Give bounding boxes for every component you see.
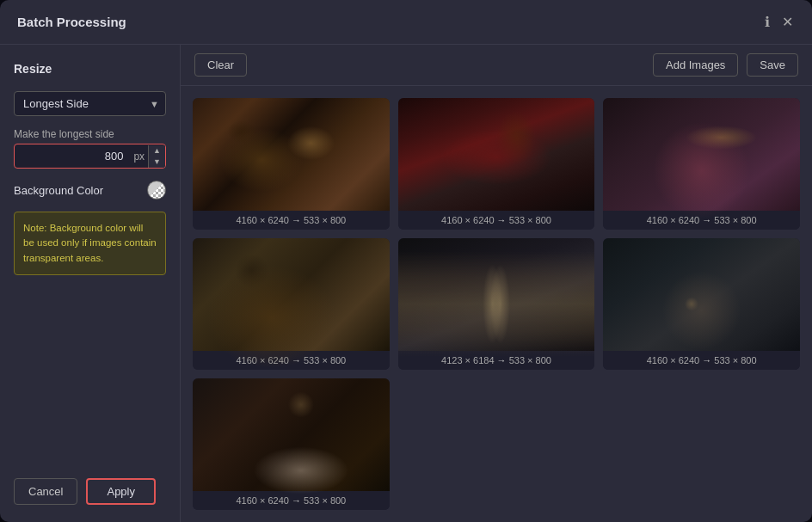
image-cell[interactable]: 4160 × 6240 → 533 × 800 <box>603 98 800 230</box>
bg-color-picker[interactable] <box>147 181 166 200</box>
image-grid: 4160 × 6240 → 533 × 8004160 × 6240 → 533… <box>181 86 812 522</box>
modal-title: Batch Processing <box>17 15 126 29</box>
apply-button[interactable]: Apply <box>86 478 156 505</box>
image-thumbnail <box>603 238 800 351</box>
note-box: Note: Background color will be used only… <box>14 212 166 275</box>
cancel-button[interactable]: Cancel <box>14 478 77 505</box>
save-button[interactable]: Save <box>747 53 798 77</box>
image-cell[interactable]: 4160 × 6240 → 533 × 800 <box>603 238 800 370</box>
clear-button[interactable]: Clear <box>194 53 247 77</box>
info-button[interactable]: ℹ <box>763 12 772 32</box>
add-images-button[interactable]: Add Images <box>653 53 738 77</box>
close-icon: ✕ <box>782 14 793 30</box>
bg-color-label: Background Color <box>14 184 103 197</box>
batch-processing-modal: Batch Processing ℹ ✕ Resize Longest Si <box>0 0 812 522</box>
image-cell[interactable]: 4123 × 6184 → 533 × 800 <box>398 238 595 370</box>
modal-header-icons: ℹ ✕ <box>763 12 795 32</box>
px-spinner: ▲ ▼ <box>148 145 165 168</box>
resize-section: Resize <box>14 62 166 79</box>
main-toolbar: Clear Add Images Save <box>181 45 812 86</box>
px-field-label: Make the longest side <box>14 128 166 140</box>
toolbar-right: Add Images Save <box>653 53 798 77</box>
increment-button[interactable]: ▲ <box>149 145 165 157</box>
decrement-button[interactable]: ▼ <box>149 157 165 168</box>
px-unit-label: px <box>130 150 148 163</box>
image-thumbnail <box>398 98 595 211</box>
bg-color-row: Background Color <box>14 181 166 200</box>
modal-body: Resize Longest Side Width Height Short S… <box>0 45 812 522</box>
px-input-wrapper: px ▲ ▼ <box>14 144 166 169</box>
sidebar: Resize Longest Side Width Height Short S… <box>0 45 181 522</box>
image-cell[interactable]: 4160 × 6240 → 533 × 800 <box>193 378 390 510</box>
close-button[interactable]: ✕ <box>780 12 795 32</box>
image-size-label: 4160 × 6240 → 533 × 800 <box>193 211 390 230</box>
main-content: Clear Add Images Save 4160 × 6240 → 533 … <box>181 45 812 522</box>
resize-mode-wrapper: Longest Side Width Height Short Side ▼ <box>14 91 166 116</box>
resize-mode-select[interactable]: Longest Side Width Height Short Side <box>14 91 166 116</box>
resize-section-title: Resize <box>14 62 166 76</box>
image-thumbnail <box>603 98 800 211</box>
info-icon: ℹ <box>765 14 770 30</box>
modal-overlay: Batch Processing ℹ ✕ Resize Longest Si <box>0 0 812 522</box>
image-thumbnail <box>398 238 595 351</box>
image-cell[interactable]: 4160 × 6240 → 533 × 800 <box>398 98 595 230</box>
image-cell[interactable]: 4160 × 6240 → 533 × 800 <box>193 98 390 230</box>
image-thumbnail <box>193 378 390 491</box>
note-text: Note: Background color will be used only… <box>23 223 157 263</box>
image-cell[interactable]: 4160 × 6240 → 533 × 800 <box>193 238 390 370</box>
image-thumbnail <box>193 98 390 211</box>
px-input[interactable] <box>15 144 130 168</box>
modal-header: Batch Processing ℹ ✕ <box>0 0 812 45</box>
image-thumbnail <box>193 238 390 351</box>
sidebar-actions: Cancel Apply <box>14 478 166 505</box>
px-field-group: Make the longest side px ▲ ▼ <box>14 128 166 169</box>
